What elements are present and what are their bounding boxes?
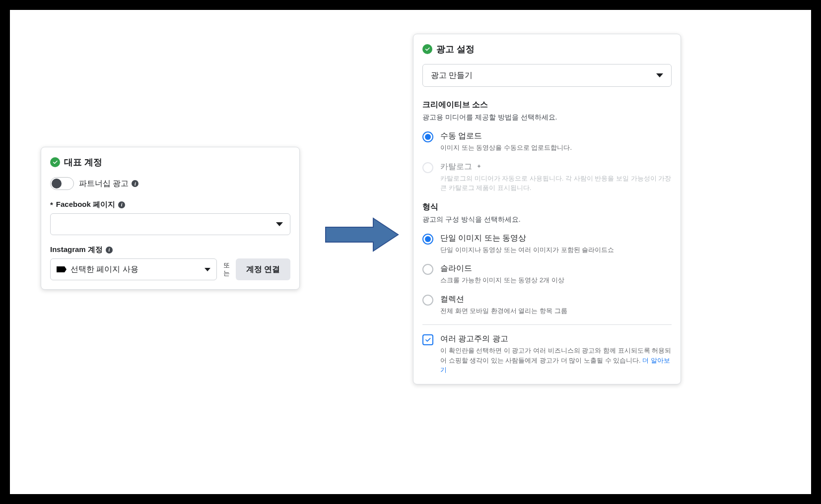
radio-desc: 단일 이미지나 동영상 또는 여러 이미지가 포함된 슬라이드쇼	[440, 245, 672, 255]
multi-advertiser-row[interactable]: 여러 광고주의 광고 이 확인란을 선택하면 이 광고가 여러 비즈니스의 광고…	[422, 334, 672, 375]
toggle-knob	[52, 179, 62, 189]
radio-carousel[interactable]	[422, 264, 433, 275]
caret-down-icon	[276, 222, 283, 226]
connect-account-button[interactable]: 계정 연결	[236, 258, 290, 280]
facebook-page-label-text: Facebook 페이지	[56, 200, 115, 209]
radio-content: 슬라이드 스크롤 가능한 이미지 또는 동영상 2개 이상	[440, 263, 672, 285]
ad-setup-title: 광고 설정	[436, 43, 475, 55]
radio-title: 컬렉션	[440, 294, 672, 305]
dropdown-text: 광고 만들기	[431, 70, 473, 81]
instagram-label: Instagram 계정 i	[50, 245, 290, 254]
radio-single[interactable]	[422, 234, 433, 245]
checkbox-title: 여러 광고주의 광고	[440, 334, 672, 344]
radio-content: 컬렉션 전체 화면 모바일 환경에서 열리는 항목 그룹	[440, 294, 672, 316]
creative-source-sub: 광고용 미디어를 제공할 방법을 선택하세요.	[422, 113, 672, 122]
format-option-carousel[interactable]: 슬라이드 스크롤 가능한 이미지 또는 동영상 2개 이상	[422, 263, 672, 285]
caret-down-icon	[205, 268, 210, 271]
partnership-label: 파트너십 광고 i	[79, 179, 138, 189]
multi-advertiser-checkbox[interactable]	[422, 334, 433, 345]
radio-content: 단일 이미지 또는 동영상 단일 이미지나 동영상 또는 여러 이미지가 포함된…	[440, 233, 672, 255]
radio-desc: 카탈로그의 미디어가 자동으로 사용됩니다. 각 사람이 반응을 보일 가능성이…	[440, 174, 672, 193]
radio-content: 수동 업로드 이미지 또는 동영상을 수동으로 업로드합니다.	[440, 131, 672, 153]
info-icon[interactable]: i	[118, 201, 125, 208]
or-text: 또는	[222, 261, 231, 277]
radio-title-text: 카탈로그	[440, 162, 472, 172]
radio-collection[interactable]	[422, 295, 433, 306]
creative-source-option-catalog: 카탈로그 카탈로그의 미디어가 자동으로 사용됩니다. 각 사람이 반응을 보일…	[422, 162, 672, 193]
checkbox-content: 여러 광고주의 광고 이 확인란을 선택하면 이 광고가 여러 비즈니스의 광고…	[440, 334, 672, 375]
instagram-select[interactable]: 선택한 페이지 사용	[50, 258, 217, 280]
partnership-toggle-row: 파트너십 광고 i	[50, 177, 290, 190]
format-sub: 광고의 구성 방식을 선택하세요.	[422, 215, 672, 224]
radio-desc: 스크롤 가능한 이미지 또는 동영상 2개 이상	[440, 275, 672, 285]
ad-setup-dropdown[interactable]: 광고 만들기	[422, 64, 672, 87]
radio-catalog	[422, 162, 433, 173]
sparkle-icon	[476, 164, 482, 170]
creative-source-option-manual[interactable]: 수동 업로드 이미지 또는 동영상을 수동으로 업로드합니다.	[422, 131, 672, 153]
partnership-toggle[interactable]	[50, 177, 74, 190]
check-icon	[50, 157, 60, 167]
format-option-single[interactable]: 단일 이미지 또는 동영상 단일 이미지나 동영상 또는 여러 이미지가 포함된…	[422, 233, 672, 255]
info-icon[interactable]: i	[106, 247, 113, 253]
creative-source-heading: 크리에이티브 소스	[422, 100, 672, 110]
required-asterisk: *	[50, 200, 53, 209]
flag-icon	[57, 266, 65, 272]
identity-card: 대표 계정 파트너십 광고 i * Facebook 페이지 i Instagr…	[41, 147, 300, 290]
facebook-page-label: * Facebook 페이지 i	[50, 200, 290, 209]
radio-title: 단일 이미지 또는 동영상	[440, 233, 672, 244]
instagram-label-text: Instagram 계정	[50, 245, 103, 254]
check-icon	[422, 44, 432, 54]
info-icon[interactable]: i	[132, 180, 138, 187]
radio-desc: 전체 화면 모바일 환경에서 열리는 항목 그룹	[440, 306, 672, 316]
radio-title: 카탈로그	[440, 162, 672, 172]
radio-title: 슬라이드	[440, 263, 672, 274]
identity-card-header: 대표 계정	[50, 156, 290, 168]
radio-desc: 이미지 또는 동영상을 수동으로 업로드합니다.	[440, 143, 672, 153]
radio-manual-upload[interactable]	[422, 131, 433, 142]
checkbox-desc-text: 이 확인란을 선택하면 이 광고가 여러 비즈니스의 광고와 함께 표시되도록 …	[440, 347, 671, 364]
instagram-row: 선택한 페이지 사용 또는 계정 연결	[50, 258, 290, 280]
instagram-select-text: 선택한 페이지 사용	[70, 264, 200, 275]
radio-content: 카탈로그 카탈로그의 미디어가 자동으로 사용됩니다. 각 사람이 반응을 보일…	[440, 162, 672, 193]
ad-setup-card: 광고 설정 광고 만들기 크리에이티브 소스 광고용 미디어를 제공할 방법을 …	[413, 34, 681, 384]
facebook-page-select[interactable]	[50, 213, 290, 235]
partnership-label-text: 파트너십 광고	[79, 179, 129, 189]
format-heading: 형식	[422, 202, 672, 212]
divider	[422, 324, 672, 325]
ad-setup-header: 광고 설정	[422, 43, 672, 55]
format-option-collection[interactable]: 컬렉션 전체 화면 모바일 환경에서 열리는 항목 그룹	[422, 294, 672, 316]
arrow-right-icon	[324, 215, 400, 254]
radio-title: 수동 업로드	[440, 131, 672, 141]
identity-card-title: 대표 계정	[64, 156, 102, 168]
checkbox-desc: 이 확인란을 선택하면 이 광고가 여러 비즈니스의 광고와 함께 표시되도록 …	[440, 346, 672, 375]
caret-down-icon	[656, 73, 663, 77]
